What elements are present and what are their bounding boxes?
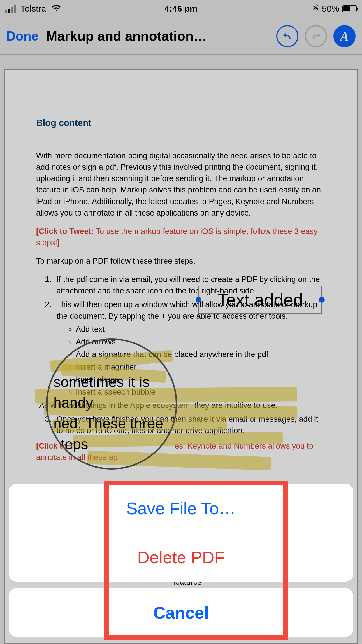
doc-paragraph: With more documentation being digital oc… bbox=[36, 150, 326, 219]
done-button[interactable]: Done bbox=[6, 29, 38, 43]
bluetooth-icon bbox=[313, 3, 319, 15]
annotation-text: Text added bbox=[217, 290, 303, 310]
doc-tweet-line: [Click to Tweet: To use the markup featu… bbox=[36, 226, 326, 249]
battery-icon bbox=[342, 5, 357, 12]
annotation-magnifier[interactable]: sometimes it is handy ned. These three s… bbox=[46, 338, 177, 470]
action-sheet: Save File To… Delete PDF Cancel bbox=[9, 484, 353, 637]
wifi-icon bbox=[51, 4, 61, 14]
document-title: Markup and annotation… bbox=[46, 28, 207, 44]
doc-paragraph: To markup on a PDF follow these three st… bbox=[36, 256, 326, 267]
clock: 4:46 pm bbox=[164, 4, 197, 14]
redo-button bbox=[305, 25, 327, 47]
status-bar: Telstra 4:46 pm 50% bbox=[0, 0, 362, 18]
cancel-button[interactable]: Cancel bbox=[9, 588, 353, 637]
list-item: Add text bbox=[76, 324, 326, 335]
resize-handle-right[interactable] bbox=[319, 297, 325, 303]
doc-heading: Blog content bbox=[36, 117, 326, 130]
save-file-to-button[interactable]: Save File To… bbox=[9, 484, 353, 533]
action-sheet-options: Save File To… Delete PDF bbox=[9, 484, 353, 582]
undo-button[interactable] bbox=[276, 25, 298, 47]
resize-handle-left[interactable] bbox=[196, 297, 201, 303]
carrier-label: Telstra bbox=[20, 4, 46, 14]
markup-pen-button[interactable]: A bbox=[333, 25, 356, 47]
annotation-text-box[interactable]: Text added bbox=[198, 286, 322, 314]
markup-nav-bar: Done Markup and annotation… A bbox=[0, 18, 362, 55]
battery-percentage: 50% bbox=[322, 4, 339, 14]
cellular-signal-icon bbox=[5, 5, 16, 13]
delete-pdf-button[interactable]: Delete PDF bbox=[9, 533, 353, 582]
